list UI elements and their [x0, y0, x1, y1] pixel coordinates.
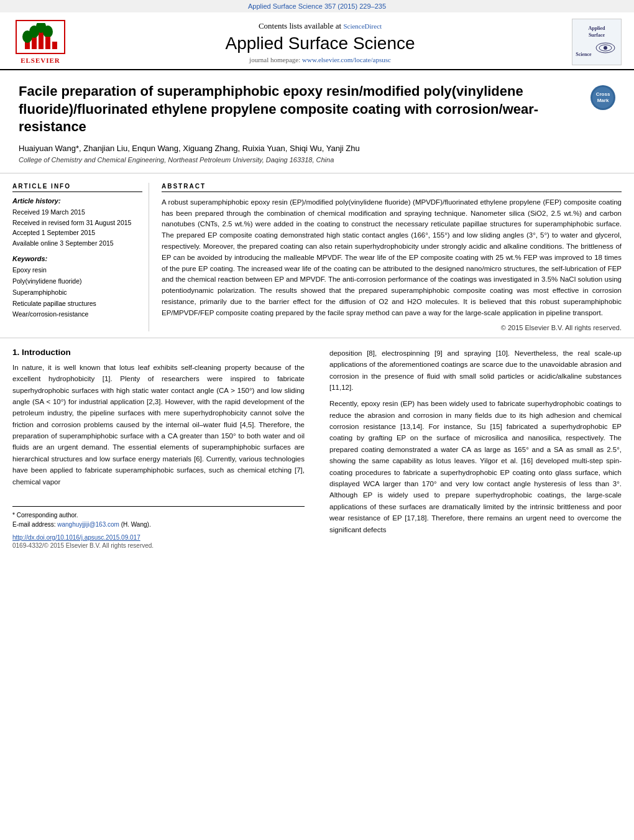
title-section: Facile preparation of superamphiphobic e… — [0, 70, 634, 173]
keywords-section: Keywords: Epoxy resin Poly(vinylidene fl… — [12, 255, 142, 320]
homepage-url[interactable]: www.elsevier.com/locate/apsusc — [302, 56, 391, 63]
revised-date: Received in revised form 31 August 2015 — [12, 218, 142, 228]
abstract-heading: ABSTRACT — [162, 183, 622, 192]
svg-point-11 — [604, 46, 607, 50]
keyword-2: Poly(vinylidene fluoride) — [12, 276, 142, 287]
footnote-corresponding: * Corresponding author. — [12, 510, 305, 520]
email-note: (H. Wang). — [121, 521, 151, 528]
keyword-4: Reticulate papillae structures — [12, 298, 142, 310]
elsevier-logo-box — [16, 20, 65, 54]
svg-text:Mark: Mark — [597, 98, 609, 103]
crossmark-svg: Cross Mark — [592, 86, 614, 109]
received-date: Received 19 March 2015 — [12, 207, 142, 218]
article-title: Facile preparation of superamphiphobic e… — [19, 83, 584, 136]
article-info-heading: ARTICLE INFO — [12, 183, 142, 192]
elsevier-logo: ELSEVIER — [12, 20, 68, 64]
footnote-area: * Corresponding author. E-mail address: … — [12, 506, 305, 549]
journal-ref-text: Applied Surface Science 357 (2015) 229–2… — [248, 2, 386, 10]
contents-available-text: Contents lists available at ScienceDirec… — [81, 21, 559, 31]
corresponding-label: * Corresponding author. — [12, 512, 78, 519]
svg-text:Cross: Cross — [596, 91, 610, 97]
main-body: 1. Introduction In nature, it is well kn… — [0, 338, 634, 555]
journal-homepage: journal homepage: www.elsevier.com/locat… — [81, 56, 559, 63]
crossmark-icon: Cross Mark — [590, 85, 615, 110]
affiliation: College of Chemistry and Chemical Engine… — [19, 156, 584, 164]
right-column: deposition [8], electrospinning [9] and … — [323, 348, 622, 549]
doi-link[interactable]: http://dx.doi.org/10.1016/j.apsusc.2015.… — [12, 534, 140, 541]
keyword-1: Epoxy resin — [12, 265, 142, 276]
right-para-2: Recently, epoxy resin (EP) has been wide… — [329, 398, 622, 535]
svg-rect-2 — [39, 32, 44, 49]
article-history: Article history: Received 19 March 2015 … — [12, 197, 142, 249]
sciencedirect-link[interactable]: ScienceDirect — [343, 22, 382, 30]
keyword-3: Superamphiphobic — [12, 287, 142, 298]
footnote-email: E-mail address: wanghuyjjiji@163.com (H.… — [12, 520, 305, 529]
crossmark-badge: Cross Mark — [590, 85, 615, 110]
author-names: Huaiyuan Wang*, Zhanjian Liu, Enqun Wang… — [19, 144, 360, 153]
right-para-1: deposition [8], electrospinning [9] and … — [329, 348, 622, 394]
authors: Huaiyuan Wang*, Zhanjian Liu, Enqun Wang… — [19, 144, 584, 153]
keywords-label: Keywords: — [12, 255, 142, 262]
issn-line: 0169-4332/© 2015 Elsevier B.V. All right… — [12, 542, 305, 549]
doi-line: http://dx.doi.org/10.1016/j.apsusc.2015.… — [12, 534, 305, 541]
elsevier-brand-text: ELSEVIER — [21, 57, 60, 64]
journal-header-center: Contents lists available at ScienceDirec… — [68, 21, 572, 63]
intro-para1: In nature, it is well known that lotus l… — [12, 362, 305, 487]
svg-rect-8 — [52, 42, 57, 49]
article-info-column: ARTICLE INFO Article history: Received 1… — [12, 183, 149, 331]
journal-ref-bar: Applied Surface Science 357 (2015) 229–2… — [0, 0, 634, 12]
accepted-date: Accepted 1 September 2015 — [12, 228, 142, 238]
svg-rect-1 — [32, 37, 37, 49]
svg-point-6 — [43, 25, 53, 38]
journal-logo-icon — [593, 40, 618, 56]
elsevier-tree-icon — [22, 23, 59, 51]
journal-header: ELSEVIER Contents lists available at Sci… — [0, 14, 634, 70]
intro-heading: 1. Introduction — [12, 348, 305, 357]
svg-rect-7 — [45, 37, 50, 49]
article-history-label: Article history: — [12, 197, 142, 205]
journal-title-header: Applied Surface Science — [81, 34, 559, 53]
email-label: E-mail address: — [12, 521, 55, 528]
journal-logo-text: AppliedSurfaceScience — [576, 25, 617, 58]
available-date: Available online 3 September 2015 — [12, 238, 142, 249]
journal-logo-box: AppliedSurfaceScience — [572, 19, 622, 65]
email-link[interactable]: wanghuyjjiji@163.com — [57, 521, 119, 528]
copyright-line: © 2015 Elsevier B.V. All rights reserved… — [162, 324, 622, 331]
abstract-column: ABSTRACT A robust superamphiphobic epoxy… — [162, 183, 622, 331]
page: Applied Surface Science 357 (2015) 229–2… — [0, 0, 634, 840]
left-column: 1. Introduction In nature, it is well kn… — [12, 348, 311, 549]
article-info-abstract-section: ARTICLE INFO Article history: Received 1… — [0, 173, 634, 338]
keyword-5: Wear/corrosion-resistance — [12, 309, 142, 320]
abstract-text: A robust superamphiphobic epoxy resin (E… — [162, 197, 622, 319]
